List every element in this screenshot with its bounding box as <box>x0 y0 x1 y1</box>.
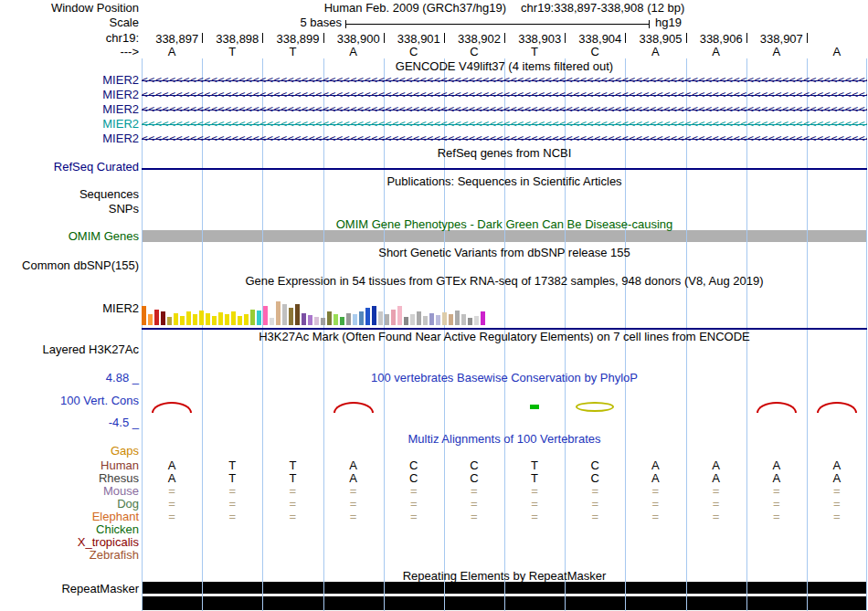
gtex-bar <box>410 314 415 325</box>
alignment-cell: C <box>384 459 444 472</box>
track-title-publications[interactable]: Publications: Sequences in Scientific Ar… <box>142 175 867 188</box>
alignment-cell: = <box>504 511 565 523</box>
gaps-label[interactable]: Gaps <box>0 445 139 458</box>
alignment-cell: = <box>444 511 504 523</box>
alignment-cell: A <box>807 472 867 485</box>
gene-item[interactable]: <<<<<<<<<<<<<<<<<<<<<<<<<<<<<<<<<<<<<<<<… <box>142 118 867 131</box>
position-text: chr19:338,897-338,908 (12 bp) <box>521 1 684 15</box>
gtex-bar <box>481 311 485 325</box>
species-label-rhesus[interactable]: Rhesus <box>0 472 139 485</box>
track-title-refseq[interactable]: RefSeq genes from NCBI <box>142 147 867 160</box>
sequences-label[interactable]: Sequences <box>0 188 139 201</box>
alignment-cell: A <box>142 472 202 485</box>
alignment-cell: = <box>625 485 685 498</box>
species-label-dog[interactable]: Dog <box>0 498 139 511</box>
repeatmasker-label[interactable]: RepeatMasker <box>0 583 139 595</box>
base-letter: T <box>504 46 565 58</box>
gtex-bar <box>455 311 460 325</box>
gtex-bar <box>257 311 261 325</box>
gtex-bar <box>308 315 312 325</box>
strand-label: ---> <box>0 46 139 58</box>
species-label-mouse[interactable]: Mouse <box>0 485 139 498</box>
species-label-chicken[interactable]: Chicken <box>0 523 139 536</box>
gtex-bar <box>397 306 402 325</box>
gtex-bar <box>365 308 370 325</box>
gtex-bar <box>225 314 229 325</box>
h3k27ac-label[interactable]: Layered H3K27Ac <box>0 343 139 356</box>
alignment-cell: = <box>384 485 444 498</box>
gtex-bar <box>218 312 223 325</box>
track-title-gencode[interactable]: GENCODE V49lift37 (4 items filtered out) <box>142 60 867 73</box>
gene-label[interactable]: MIER2 <box>0 89 139 101</box>
base-letter: A <box>807 46 867 58</box>
species-label-human[interactable]: Human <box>0 459 139 472</box>
base-letter: A <box>746 46 807 58</box>
alignment-cell: C <box>565 472 625 485</box>
alignment-cell: = <box>625 498 685 511</box>
gtex-bar <box>244 314 249 325</box>
gene-label[interactable]: MIER2 <box>0 118 139 131</box>
gtex-bar <box>161 311 165 325</box>
alignment-cell: = <box>262 498 323 511</box>
gtex-bar <box>314 317 319 325</box>
snps-label[interactable]: SNPs <box>0 203 139 216</box>
gtex-bar <box>302 313 306 325</box>
base-letter: C <box>444 46 504 58</box>
refseq-curated-label[interactable]: RefSeq Curated <box>0 161 139 174</box>
gtex-bar <box>289 308 293 325</box>
strand-arrows: <<<<<<<<<<<<<<<<<<<<<<<<<<<<<<<<<<<<<<<<… <box>142 103 867 115</box>
alignment-cell: = <box>444 485 504 498</box>
gene-item[interactable]: <<<<<<<<<<<<<<<<<<<<<<<<<<<<<<<<<<<<<<<<… <box>142 103 867 116</box>
ruler-number: 338,897 <box>136 32 198 46</box>
alignment-cell: T <box>504 459 565 472</box>
species-label-zebrafish[interactable]: Zebrafish <box>0 549 139 562</box>
refseq-curated-item[interactable] <box>142 168 867 170</box>
gtex-expression-chart[interactable] <box>142 294 867 325</box>
genome-browser: Window Position Human Feb. 2009 (GRCh37/… <box>0 0 868 611</box>
gtex-bar <box>385 314 389 325</box>
cons-track-label[interactable]: 100 Vert. Cons <box>0 395 139 407</box>
gene-label[interactable]: MIER2 <box>0 132 139 145</box>
gtex-bar <box>429 313 434 325</box>
window-position-label: Window Position <box>0 2 139 15</box>
alignment-cell: A <box>142 459 202 472</box>
track-title-multiz[interactable]: Multiz Alignments of 100 Vertebrates <box>142 433 867 446</box>
track-title-omim[interactable]: OMIM Gene Phenotypes - Dark Green Can Be… <box>142 218 867 231</box>
species-label-x_tropicalis[interactable]: X_tropicalis <box>0 536 139 549</box>
omim-genes-label[interactable]: OMIM Genes <box>0 230 139 243</box>
gene-item[interactable]: <<<<<<<<<<<<<<<<<<<<<<<<<<<<<<<<<<<<<<<<… <box>142 74 867 87</box>
track-title-h3k27ac[interactable]: H3K27Ac Mark (Often Found Near Active Re… <box>142 331 867 343</box>
ruler-number: 338,904 <box>559 32 621 46</box>
dbsnp-label[interactable]: Common dbSNP(155) <box>0 259 139 272</box>
track-title-repeatmasker[interactable]: Repeating Elements by RepeatMasker <box>142 570 867 583</box>
alignment-cell: = <box>686 511 746 523</box>
gene-label[interactable]: MIER2 <box>0 103 139 116</box>
track-title-gtex[interactable]: Gene Expression in 54 tissues from GTEx … <box>142 275 867 288</box>
alignment-cell: = <box>504 485 565 498</box>
alignment-cell: A <box>807 459 867 472</box>
ruler-number: 338,898 <box>196 32 259 46</box>
gene-label[interactable]: MIER2 <box>0 74 139 87</box>
alignment-cell: = <box>142 498 202 511</box>
base-letter: A <box>323 46 384 58</box>
gtex-gene-label[interactable]: MIER2 <box>0 302 139 315</box>
gtex-bar <box>340 317 344 325</box>
gtex-bar <box>474 316 479 325</box>
gtex-bar <box>417 311 421 325</box>
alignment-cell: = <box>262 485 323 498</box>
alignment-cell: = <box>323 511 384 523</box>
alignment-cell: = <box>565 498 625 511</box>
cons-max-value: 4.88 _ <box>0 372 139 385</box>
gtex-bar <box>442 312 447 325</box>
alignment-cell: = <box>323 485 384 498</box>
alignment-cell: C <box>565 459 625 472</box>
scale-label: Scale <box>0 16 139 29</box>
alignment-cell: = <box>565 485 625 498</box>
track-title-dbsnp[interactable]: Short Genetic Variants from dbSNP releas… <box>142 247 867 259</box>
gtex-bar <box>378 311 383 325</box>
gene-item[interactable]: <<<<<<<<<<<<<<<<<<<<<<<<<<<<<<<<<<<<<<<<… <box>142 89 867 101</box>
track-title-conservation[interactable]: 100 vertebrates Basewise Conservation by… <box>142 372 867 385</box>
alignment-cell: = <box>746 485 807 498</box>
gene-item[interactable]: <<<<<<<<<<<<<<<<<<<<<<<<<<<<<<<<<<<<<<<<… <box>142 132 867 145</box>
species-label-elephant[interactable]: Elephant <box>0 511 139 523</box>
